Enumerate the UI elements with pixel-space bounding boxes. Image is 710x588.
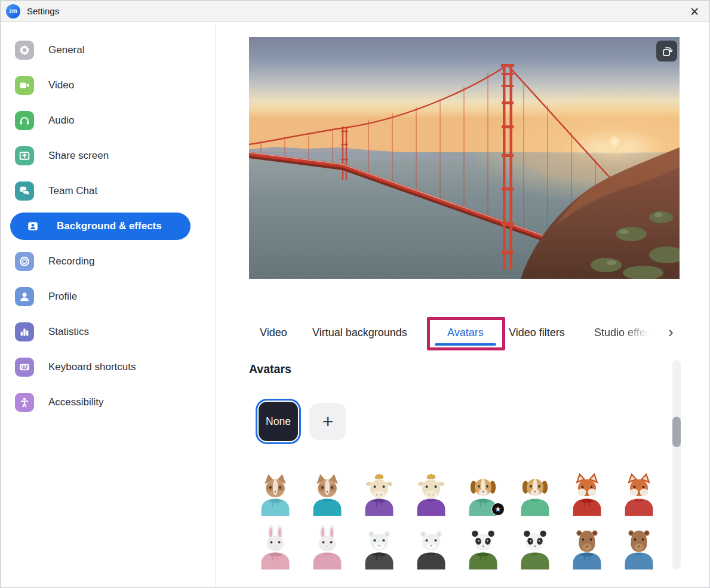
bar-chart-icon	[15, 322, 34, 341]
more-tabs-chevron-icon[interactable]: ›	[668, 318, 674, 347]
tab-studio-effect[interactable]: Studio effect	[594, 318, 654, 347]
sidebar-item-statistics[interactable]: Statistics	[1, 314, 215, 349]
scrollbar-thumb[interactable]	[672, 417, 681, 447]
avatar-cow-tshirt[interactable]	[405, 466, 457, 518]
avatar-polar-bear-tshirt[interactable]	[405, 519, 457, 572]
sidebar-item-accessibility[interactable]: Accessibility	[1, 384, 215, 420]
avatar-fox-hoodie[interactable]	[561, 466, 613, 518]
sidebar-item-label: Recording	[48, 255, 95, 267]
gear-icon	[15, 41, 34, 60]
sidebar-item-label: Accessibility	[48, 396, 104, 408]
add-avatar-button[interactable]: +	[309, 403, 346, 440]
sidebar-item-label: Background & effects	[57, 220, 162, 232]
accessibility-icon	[15, 393, 34, 412]
settings-sidebar: GeneralVideoAudioShare screenTeam ChatBa…	[1, 23, 216, 587]
tab-video[interactable]: Video	[260, 318, 287, 347]
title-bar: zm Settings ×	[1, 1, 709, 22]
close-icon[interactable]: ×	[686, 2, 703, 20]
sidebar-item-label: Statistics	[48, 326, 89, 338]
star-badge-icon: ★	[491, 503, 505, 516]
avatar-rabbit-hoodie[interactable]	[249, 519, 301, 572]
avatars-heading: Avatars	[249, 362, 291, 376]
sidebar-item-label: Audio	[48, 115, 74, 127]
beaver-avatar-icon	[621, 525, 657, 572]
sidebar-item-label: Team Chat	[48, 185, 97, 197]
avatar-fox-tshirt[interactable]	[613, 466, 665, 518]
avatar-rabbit-tshirt[interactable]	[301, 519, 353, 572]
sidebar-item-label: Profile	[48, 291, 77, 303]
zoom-logo-icon: zm	[6, 4, 20, 19]
chat-bubbles-icon	[15, 181, 34, 201]
scrollbar-track[interactable]	[672, 360, 681, 569]
sidebar-item-video[interactable]: Video	[1, 67, 215, 103]
avatar-corgi-tshirt[interactable]	[301, 466, 353, 518]
sidebar-item-audio[interactable]: Audio	[1, 103, 215, 138]
keyboard-icon	[15, 358, 34, 377]
video-camera-icon	[15, 76, 34, 95]
avatar-corgi-hoodie[interactable]	[249, 466, 301, 518]
corgi-avatar-icon	[309, 471, 345, 518]
window-title: Settings	[27, 6, 59, 16]
rabbit-avatar-icon	[257, 525, 293, 572]
sidebar-item-label: Share screen	[48, 150, 109, 162]
share-screen-icon	[15, 146, 34, 165]
beagle-avatar-icon	[517, 471, 553, 518]
sidebar-item-label: Video	[48, 79, 74, 91]
record-circle-icon	[15, 252, 34, 271]
panda-avatar-icon	[465, 525, 501, 572]
polar-bear-avatar-icon	[413, 525, 449, 572]
cow-avatar-icon	[413, 471, 449, 518]
headphones-icon	[15, 111, 34, 130]
corgi-avatar-icon	[257, 471, 293, 518]
rabbit-avatar-icon	[309, 525, 345, 572]
sidebar-item-recording[interactable]: Recording	[1, 244, 215, 279]
settings-window: zm Settings × GeneralVideoAudioShare scr…	[0, 0, 710, 588]
avatar-panda-tshirt[interactable]	[509, 519, 561, 572]
avatar-beagle-hoodie[interactable]: ★	[457, 466, 509, 518]
avatar-grid-row: ★	[249, 466, 680, 518]
avatar-grid-row	[249, 519, 680, 572]
avatar-beagle-tshirt[interactable]	[509, 466, 561, 518]
panda-avatar-icon	[517, 525, 553, 572]
person-icon	[15, 287, 34, 306]
sidebar-item-share-screen[interactable]: Share screen	[1, 138, 215, 173]
avatar-none-button[interactable]: None	[259, 402, 298, 441]
sidebar-item-profile[interactable]: Profile	[1, 279, 215, 314]
sidebar-item-general[interactable]: General	[1, 32, 215, 67]
background-preview-image	[249, 37, 680, 279]
avatar-panda-hoodie[interactable]	[457, 519, 509, 572]
rotate-camera-icon[interactable]	[656, 41, 677, 61]
sidebar-item-label: Keyboard shortcuts	[48, 361, 136, 373]
sidebar-item-background-effects[interactable]: Background & effects	[1, 208, 215, 244]
beaver-avatar-icon	[569, 525, 605, 572]
background-person-icon	[23, 217, 42, 236]
polar-bear-avatar-icon	[361, 525, 397, 572]
sidebar-item-team-chat[interactable]: Team Chat	[1, 173, 215, 208]
avatar-beaver-hoodie[interactable]	[561, 519, 613, 572]
tab-virtual-backgrounds[interactable]: Virtual backgrounds	[312, 318, 407, 347]
cow-avatar-icon	[361, 471, 397, 518]
active-tab-underline	[435, 343, 496, 346]
tab-video-filters[interactable]: Video filters	[509, 318, 565, 347]
sidebar-item-keyboard-shortcuts[interactable]: Keyboard shortcuts	[1, 349, 215, 384]
avatar-beaver-tshirt[interactable]	[613, 519, 665, 572]
avatar-cow-hoodie[interactable]	[353, 466, 405, 518]
sidebar-item-label: General	[48, 44, 84, 56]
avatar-polar-bear-hoodie[interactable]	[353, 519, 405, 572]
fox-avatar-icon	[569, 471, 605, 518]
fox-avatar-icon	[621, 471, 657, 518]
